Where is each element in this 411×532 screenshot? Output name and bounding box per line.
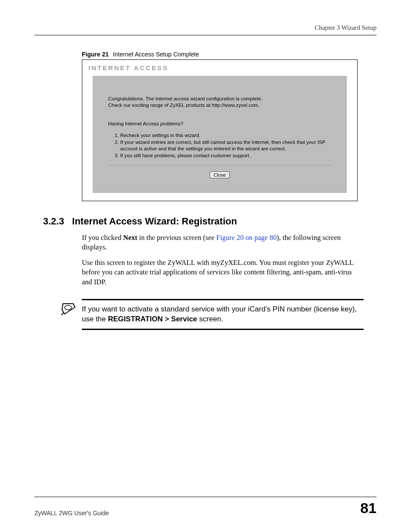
section-title: Internet Access Wizard: Registration (72, 216, 237, 227)
note-bottom-rule (82, 329, 364, 330)
paragraph-2: Use this screen to register the ZyWALL w… (82, 258, 364, 287)
footer-rule (34, 497, 377, 497)
close-button[interactable]: Close (210, 171, 230, 178)
dialog-title: INTERNET ACCESS (82, 64, 357, 76)
svg-point-0 (65, 305, 72, 310)
congrats-line2: Check our exciting range of ZyXEL produc… (108, 102, 331, 109)
page-footer: ZyWALL 2WG User's Guide 81 (34, 497, 377, 516)
problems-question: Having Internet Access problems? (108, 121, 331, 127)
dialog-body: Congratulations. The Internet access wiz… (93, 76, 347, 193)
note-text: If you want to activate a standard servi… (82, 305, 364, 324)
chapter-header: Chapter 3 Wizard Setup (34, 24, 377, 31)
list-item: If you still have problems, please conta… (120, 152, 331, 159)
congrats-line1: Congratulations. The Internet access wiz… (108, 96, 331, 102)
note-icon (60, 301, 78, 318)
figure-caption: Figure 21 Internet Access Setup Complete (82, 51, 377, 58)
troubleshoot-list: Recheck your settings in this wizard. If… (108, 132, 331, 159)
note-block: If you want to activate a standard servi… (60, 299, 364, 330)
section-number: 3.2.3 (43, 216, 64, 227)
congrats-text: Congratulations. The Internet access wiz… (108, 96, 331, 109)
section-heading: 3.2.3 Internet Access Wizard: Registrati… (43, 216, 377, 227)
p1-bold: Next (123, 233, 137, 242)
figure-cross-ref-link[interactable]: Figure 20 on page 80 (216, 233, 277, 242)
list-item: If your wizard entries are correct, but … (120, 139, 331, 152)
close-row: Close (108, 171, 331, 178)
figure-label: Figure 21 (82, 51, 109, 58)
paragraph-1: If you clicked Next in the previous scre… (82, 233, 364, 252)
p1-pre: If you clicked (82, 233, 123, 242)
p1-mid: in the previous screen (see (137, 233, 216, 242)
dialog-divider (108, 165, 331, 165)
list-item: Recheck your settings in this wizard. (120, 132, 331, 139)
page-number: 81 (360, 500, 377, 516)
note-bold: REGISTRATION > Service (108, 315, 197, 323)
header-rule (34, 35, 377, 35)
footer-guide-name: ZyWALL 2WG User's Guide (34, 510, 109, 516)
note-line2: screen. (197, 315, 223, 323)
figure-screenshot: INTERNET ACCESS Congratulations. The Int… (82, 59, 358, 201)
figure-caption-text: Internet Access Setup Complete (113, 51, 199, 58)
